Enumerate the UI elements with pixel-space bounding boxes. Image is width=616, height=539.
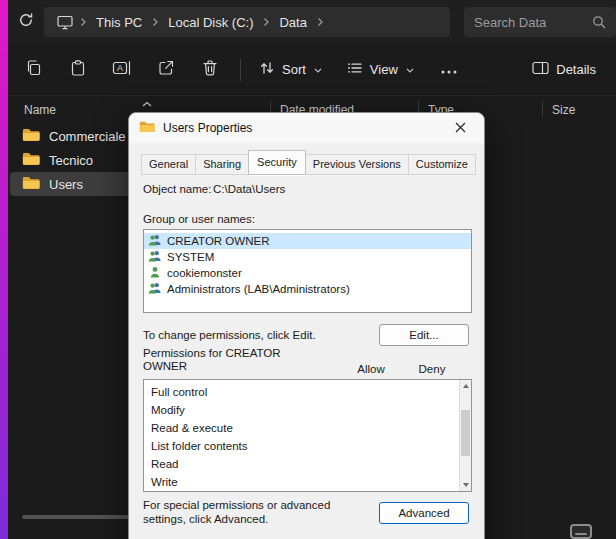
group-icon [148,282,162,296]
file-name: Commerciale [49,129,126,144]
chevron-down-icon [313,62,323,77]
toolbar-divider [240,59,241,81]
file-name: Users [49,177,83,192]
user-name: CREATOR OWNER [167,235,269,247]
dialog-title: Users Properties [163,121,252,135]
permission-item-write[interactable]: Write [144,473,471,491]
copy-icon [25,59,43,80]
sort-label: Sort [282,62,306,77]
permission-item-read-execute[interactable]: Read & execute [144,419,471,437]
paste-icon [69,59,87,80]
dialog-titlebar: Users Properties [129,113,484,143]
permissions-list: Full control Modify Read & execute List … [143,379,472,492]
file-name: Tecnico [49,153,93,168]
chevron-right-icon[interactable] [76,17,90,27]
permission-name: List folder contents [151,440,248,452]
column-divider[interactable] [542,101,543,117]
object-name-value: C:\Data\Users [213,183,285,195]
permissions-for-label: Permissions for CREATOR OWNER [143,347,293,373]
user-icon [148,266,162,280]
sort-icon [259,60,275,79]
details-button[interactable]: Details [524,52,604,88]
advanced-button[interactable]: Advanced [379,502,469,524]
chevron-right-icon[interactable] [148,17,162,27]
paste-button[interactable] [60,52,96,88]
breadcrumb-data[interactable]: Data [273,15,312,30]
tab-security[interactable]: Security [248,150,306,175]
permission-item-modify[interactable]: Modify [144,401,471,419]
tab-previous-versions[interactable]: Previous Versions [305,154,409,175]
horizontal-scrollbar[interactable] [22,515,134,519]
column-header-name[interactable]: Name [24,103,56,117]
user-item-cookiemonster[interactable]: cookiemonster [144,265,471,281]
group-or-user-names-label: Group or user names: [143,213,255,225]
permission-item-full-control[interactable]: Full control [144,383,471,401]
chevron-right-icon[interactable] [259,17,273,27]
breadcrumb-this-pc[interactable]: This PC [90,15,148,30]
object-name-label: Object name: [143,183,211,195]
close-button[interactable] [446,116,474,140]
permission-item-list-folder-contents[interactable]: List folder contents [144,437,471,455]
chevron-right-icon[interactable] [313,17,327,27]
search-input[interactable]: Search Data [464,7,616,37]
navigation-bar: This PC Local Disk (C:) Data Search Data [8,0,616,44]
tab-strip-divider [141,174,472,175]
user-name: SYSTEM [167,251,214,263]
dialog-tabs: General Sharing Security Previous Versio… [141,151,472,175]
more-options-button[interactable] [431,52,467,88]
permission-name: Full control [151,386,207,398]
user-item-creator-owner[interactable]: CREATOR OWNER [144,233,471,249]
user-item-administrators[interactable]: Administrators (LAB\Administrators) [144,281,471,297]
rename-icon: A [112,59,132,80]
permission-name: Read & execute [151,422,233,434]
svg-text:A: A [117,63,123,73]
command-toolbar: A Sort View [8,44,616,96]
details-label: Details [556,62,596,77]
tab-customize[interactable]: Customize [408,154,476,175]
delete-button[interactable] [192,52,228,88]
permission-item-read[interactable]: Read [144,455,471,473]
desktop-accent-strip [0,0,8,539]
tab-general[interactable]: General [141,154,196,175]
sort-button[interactable]: Sort [251,52,331,88]
group-icon [148,234,162,248]
scroll-up-icon [463,384,469,388]
permission-name: Write [151,476,178,488]
refresh-icon [18,12,34,32]
allow-column-label: Allow [347,363,395,375]
edit-hint-text: To change permissions, click Edit. [143,329,316,341]
trash-icon [201,59,219,80]
rename-button[interactable]: A [104,52,140,88]
group-user-list: CREATOR OWNER SYSTEM cookiemonster Admin… [143,229,472,313]
breadcrumb-local-disk-c[interactable]: Local Disk (C:) [162,15,259,30]
chevron-down-icon [405,62,415,77]
user-name: Administrators (LAB\Administrators) [167,283,350,295]
permissions-scrollbar[interactable] [459,380,471,491]
users-properties-dialog: Users Properties General Sharing Securit… [128,112,485,539]
user-item-system[interactable]: SYSTEM [144,249,471,265]
scrollbar-thumb [461,410,470,456]
advanced-hint-text: For special permissions or advanced sett… [143,499,375,526]
search-placeholder: Search Data [474,15,546,30]
copy-button[interactable] [16,52,52,88]
folder-icon [22,127,40,145]
share-button[interactable] [148,52,184,88]
group-icon [148,250,162,264]
sort-ascending-icon [142,96,152,110]
search-icon [592,15,606,29]
column-header-size[interactable]: Size [552,103,575,117]
share-icon [157,59,175,80]
more-icon [441,62,457,77]
tray-icon[interactable] [570,524,592,539]
refresh-button[interactable] [12,8,40,36]
user-name: cookiemonster [167,267,242,279]
scroll-down-icon [463,483,469,487]
view-button[interactable]: View [339,52,423,88]
edit-button[interactable]: Edit... [379,324,469,346]
tab-sharing[interactable]: Sharing [195,154,249,175]
details-pane-icon [532,61,549,78]
view-label: View [370,62,398,77]
folder-icon [139,119,155,137]
address-bar[interactable]: This PC Local Disk (C:) Data [44,7,450,37]
folder-icon [22,175,40,193]
